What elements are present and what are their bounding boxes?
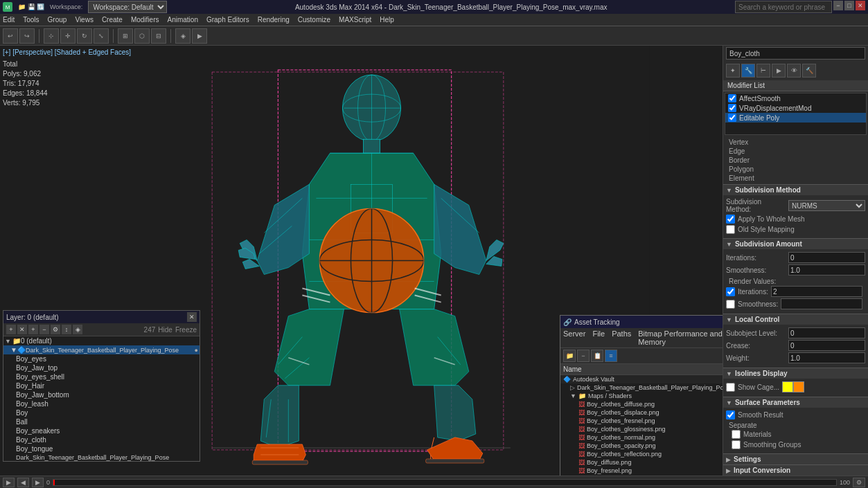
asset-item-6[interactable]: 🖼 Boy_clothes_opacity.png Found	[560, 442, 723, 450]
layer-item-cloth[interactable]: Boy_cloth	[3, 435, 200, 444]
play-button[interactable]: ▶	[3, 478, 15, 487]
old-style-mapping-checkbox[interactable]	[726, 225, 735, 234]
redo-button[interactable]: ↪	[19, 28, 35, 44]
timeline-track[interactable]	[53, 479, 837, 486]
dialog-menu-bitmap[interactable]: Bitmap Performance and Memory	[638, 329, 723, 346]
menu-item-rendering[interactable]: Rendering	[258, 16, 290, 24]
render-smoothness-input[interactable]	[781, 298, 862, 309]
menu-item-graph-editors[interactable]: Graph Editors	[206, 16, 249, 24]
layer-item-default[interactable]: ▼ 📁 0 (default)	[3, 336, 200, 345]
render-smoothness-checkbox[interactable]	[726, 300, 735, 309]
layer-item-eyes[interactable]: Boy_eyes	[3, 354, 200, 363]
search-input[interactable]	[735, 1, 832, 13]
maximize-button[interactable]: □	[844, 1, 854, 10]
utilities-panel-button[interactable]: 🔨	[802, 64, 816, 78]
dialog-menu-file[interactable]: File	[592, 329, 605, 346]
render-button[interactable]: ▶	[192, 28, 207, 44]
align-button[interactable]: ⊟	[151, 28, 166, 44]
dialog-copy-button[interactable]: 📋	[591, 350, 603, 362]
subdivision-amount-header[interactable]: ▼ Subdivision Amount	[723, 238, 868, 249]
asset-item-8[interactable]: 🖼 Boy_diffuse.png Found	[560, 458, 723, 467]
apply-whole-mesh-checkbox[interactable]	[726, 215, 735, 224]
mirror-button[interactable]: ⬡	[134, 28, 150, 44]
layers-expand-button[interactable]: +	[28, 325, 38, 334]
layer-item-hair[interactable]: Boy_Hair	[3, 381, 200, 390]
layers-sort-button[interactable]: ↕	[62, 325, 71, 334]
layer-item-jaw-bottom[interactable]: Boy_Jaw_bottom	[3, 390, 200, 399]
mod-checkbox[interactable]	[728, 94, 736, 102]
menu-item-maxscript[interactable]: MAXScript	[339, 16, 371, 24]
minimize-button[interactable]: −	[833, 1, 843, 10]
smoothness-input[interactable]	[788, 264, 865, 275]
settings-header[interactable]: ▶ Settings	[723, 453, 868, 464]
layer-item-main2[interactable]: Dark_Skin_Teenager_Basketball_Player_Pla…	[3, 453, 200, 461]
asset-item-2[interactable]: 🖼 Boy_clothes_displace.png Found	[560, 408, 723, 417]
move-button[interactable]: ✛	[60, 28, 76, 44]
hierarchy-panel-button[interactable]: ⊢	[756, 64, 770, 78]
subdivision-method-header[interactable]: ▼ Subdivision Method	[723, 184, 868, 195]
viewport[interactable]: Total Polys: 9,062 Tris: 17,974 Edges: 1…	[0, 46, 723, 476]
layers-collapse-button[interactable]: −	[39, 325, 49, 334]
dialog-remove-button[interactable]: −	[577, 350, 590, 362]
menu-item-animation[interactable]: Animation	[167, 16, 197, 24]
asset-item-1[interactable]: 🖼 Boy_clothes_diffuse.png Found	[560, 400, 723, 408]
menu-item-modifiers[interactable]: Modifiers	[131, 16, 159, 24]
select-button[interactable]: ⊹	[44, 28, 59, 44]
surface-params-header[interactable]: ▼ Surface Parameters	[723, 397, 868, 408]
asset-item-9[interactable]: 🖼 Boy_fresnel.png Found	[560, 467, 723, 475]
local-control-header[interactable]: ▼ Local Control	[723, 314, 868, 325]
iterations-input[interactable]	[788, 252, 865, 263]
menu-item-help[interactable]: Help	[380, 16, 394, 24]
dialog-add-button[interactable]: 📁	[563, 350, 576, 362]
display-panel-button[interactable]: 👁	[787, 64, 801, 78]
materials-checkbox[interactable]	[732, 430, 741, 439]
close-button[interactable]: ✕	[856, 1, 865, 10]
modifier-item-affectsmooth[interactable]: AffectSmooth	[725, 93, 866, 103]
layer-item-main[interactable]: ▼ 🔷 Dark_Skin_Teenager_Basketball_Player…	[3, 345, 200, 354]
prev-frame-button[interactable]: ◀	[17, 478, 29, 487]
menu-item-group[interactable]: Group	[48, 16, 67, 24]
modifier-item-vray[interactable]: VRayDisplacementMod	[725, 103, 866, 113]
isolines-header[interactable]: ▼ Isolines Display	[723, 368, 868, 379]
layer-item-sneakers[interactable]: Boy_sneakers	[3, 426, 200, 435]
asset-item-main-file[interactable]: ▷ Dark_Skin_Teenager_Basketball_Player_P…	[560, 383, 723, 392]
asset-item-3[interactable]: 🖼 Boy_clothes_fresnel.png Found	[560, 417, 723, 425]
layer-item-jaw-top[interactable]: Boy_Jaw_top	[3, 363, 200, 372]
next-frame-button[interactable]: ▶	[32, 478, 44, 487]
subobj-level-input[interactable]	[788, 327, 865, 338]
render-iterations-input[interactable]	[771, 286, 862, 297]
menu-item-edit[interactable]: Edit	[3, 16, 15, 24]
layer-item-ball[interactable]: Ball	[3, 417, 200, 426]
scale-button[interactable]: ⤡	[94, 28, 109, 44]
asset-item-10[interactable]: 🖼 Boy_glossiness.png Found	[560, 475, 723, 476]
smooth-result-checkbox[interactable]	[726, 410, 735, 419]
layers-list[interactable]: ▼ 📁 0 (default) ▼ 🔷 Dark_Skin_Teenager_B…	[3, 336, 200, 461]
layer-item-boy[interactable]: Boy	[3, 408, 200, 417]
layers-delete-button[interactable]: ✕	[17, 325, 27, 334]
dialog-menu-paths[interactable]: Paths	[612, 329, 631, 346]
asset-item-4[interactable]: 🖼 Boy_clothes_glossiness.png Found	[560, 425, 723, 433]
dialog-menu-server[interactable]: Server	[563, 329, 585, 346]
layers-close-button[interactable]: ✕	[187, 312, 197, 322]
time-config-button[interactable]: ⚙	[853, 478, 865, 487]
material-editor-button[interactable]: ◈	[175, 28, 191, 44]
input-conversion-header[interactable]: ▶ Input Conversion	[723, 464, 868, 476]
menu-item-views[interactable]: Views	[75, 16, 94, 24]
create-panel-button[interactable]: ✦	[726, 64, 740, 78]
modifier-list[interactable]: AffectSmooth VRayDisplacementMod Editabl…	[725, 93, 867, 135]
menu-item-tools[interactable]: Tools	[23, 16, 39, 24]
asset-item-7[interactable]: 🖼 Boy_clothes_reflection.png Found	[560, 450, 723, 458]
workspace-selector[interactable]: Workspace: Default	[88, 1, 167, 13]
modify-panel-button[interactable]: 🔧	[741, 64, 755, 78]
mod-checkbox[interactable]	[728, 104, 736, 112]
rotate-button[interactable]: ↻	[77, 28, 92, 44]
cage-color-2[interactable]	[793, 381, 804, 392]
modifier-item-editable-poly[interactable]: Editable Poly	[725, 113, 866, 123]
smoothing-groups-checkbox[interactable]	[732, 440, 741, 449]
layers-settings-button[interactable]: ⚙	[51, 325, 60, 334]
mod-checkbox[interactable]	[728, 114, 736, 122]
crease-input[interactable]	[788, 340, 865, 351]
layer-item-eyes-shell[interactable]: Boy_eyes_shell	[3, 372, 200, 381]
menu-item-create[interactable]: Create	[102, 16, 123, 24]
motion-panel-button[interactable]: ▶	[772, 64, 786, 78]
